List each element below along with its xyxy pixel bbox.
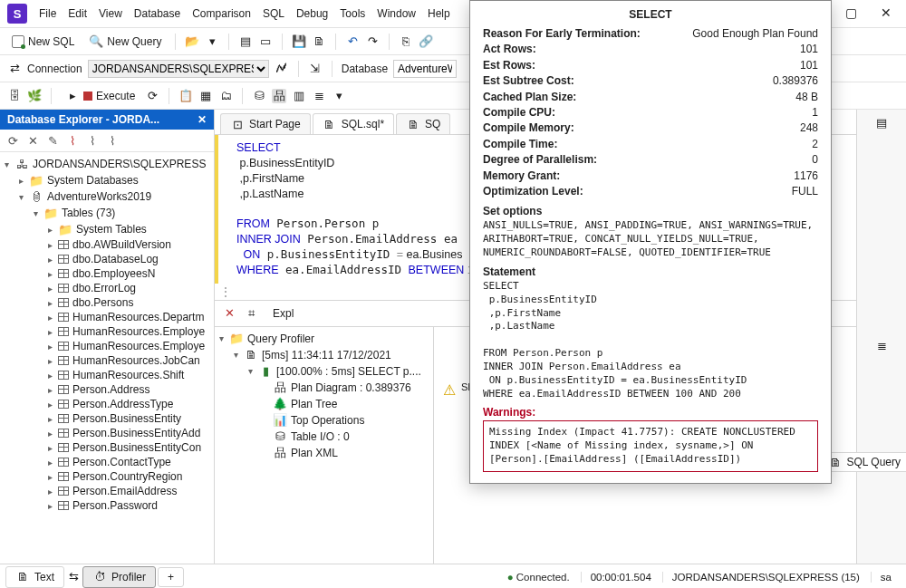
db-list-icon[interactable]: 🗄: [7, 89, 22, 103]
list-icon[interactable]: ≣: [312, 89, 326, 103]
menu-debug[interactable]: Debug: [296, 7, 328, 20]
connected-dot-icon: ●: [507, 572, 514, 583]
tree-table-leaf[interactable]: ▸HumanResources.Departm: [2, 310, 214, 324]
tab-sql[interactable]: 🗎 SQL.sql*: [313, 113, 394, 134]
tree-table-leaf[interactable]: ▸dbo.EmployeesN: [2, 266, 214, 281]
schema-icon[interactable]: ⛁: [252, 89, 266, 103]
new-query-button[interactable]: 🔍 New Query: [84, 33, 166, 51]
link-icon[interactable]: 🔗: [419, 34, 433, 49]
window-maximize[interactable]: ▢: [845, 5, 857, 20]
menu-database[interactable]: Database: [134, 7, 180, 20]
profiler-plan-tree[interactable]: 🌲Plan Tree: [217, 396, 431, 412]
save-button[interactable]: 💾: [292, 34, 306, 49]
paste-icon[interactable]: 📋: [178, 89, 193, 103]
tree-table-leaf[interactable]: ▸Person.EmailAddress: [2, 484, 214, 498]
attach-icon[interactable]: ⇲: [308, 62, 323, 76]
new-sql-button[interactable]: New SQL: [7, 34, 79, 50]
tree-table-leaf[interactable]: ▸Person.BusinessEntity: [2, 411, 214, 426]
tree-table-leaf[interactable]: ▸Person.AddressType: [2, 397, 214, 411]
grid-icon[interactable]: ▦: [198, 89, 213, 103]
tree-table-leaf[interactable]: ▸Person.Password: [2, 498, 214, 513]
menu-help[interactable]: Help: [428, 7, 450, 20]
menu-sql[interactable]: SQL: [263, 7, 284, 20]
sql-file-icon: 🗎: [323, 117, 337, 131]
tree-table-leaf[interactable]: ▸Person.CountryRegion: [2, 469, 214, 484]
tree-table-leaf[interactable]: ▸Person.BusinessEntityAdd: [2, 426, 214, 440]
refresh-icon[interactable]: ⟳: [145, 89, 159, 103]
tree-table-leaf[interactable]: ▸dbo.ErrorLog: [2, 281, 214, 295]
execute-button[interactable]: ▸ Execute: [61, 87, 140, 105]
toggle-icon[interactable]: ▥: [292, 89, 306, 103]
tree-table-leaf[interactable]: ▸HumanResources.Employe: [2, 339, 214, 353]
explorer-delete-icon[interactable]: ✕: [25, 133, 40, 148]
tree-system-databases[interactable]: ▸📁 System Databases: [2, 172, 214, 188]
bottom-add-tab[interactable]: +: [158, 567, 184, 587]
profiler-plan-diagram[interactable]: 品Plan Diagram : 0.389376: [217, 380, 431, 396]
tree-table-leaf[interactable]: ▸dbo.Persons: [2, 295, 214, 310]
tree-server[interactable]: ▾🖧 JORDANSANDERS\SQLEXPRESS: [2, 156, 214, 172]
connect-icon[interactable]: ⇄: [7, 62, 22, 76]
profiler-explain-label: Expl: [273, 307, 294, 320]
profiler-top-ops[interactable]: 📊Top Operations: [217, 412, 431, 429]
warnings-text: Missing Index (Impact 41.7757): CREATE N…: [483, 420, 818, 472]
db-tree-icon[interactable]: 🌿: [27, 89, 42, 103]
object-icon[interactable]: 🗂: [218, 89, 233, 103]
profiler-session[interactable]: ▾🗎[5ms] 11:34:11 17/12/2021: [217, 347, 431, 363]
xml-icon: 品: [273, 446, 287, 460]
more-tools-icon[interactable]: ▾: [332, 89, 346, 103]
explorer-tree[interactable]: ▾🖧 JORDANSANDERS\SQLEXPRESS ▸📁 System Da…: [0, 152, 214, 564]
menu-comparison[interactable]: Comparison: [192, 7, 251, 20]
tree-table-leaf[interactable]: ▸HumanResources.JobCan: [2, 353, 214, 368]
explorer-close-icon[interactable]: ✕: [198, 113, 207, 126]
refresh-connection-icon[interactable]: 🗲: [275, 62, 289, 76]
explorer-edit-icon[interactable]: ✎: [45, 133, 60, 148]
profiler-tree[interactable]: ▾📁Query Profiler ▾🗎[5ms] 11:34:11 17/12/…: [215, 327, 434, 564]
menu-edit[interactable]: Edit: [68, 7, 87, 20]
sql-query-tab[interactable]: 🗎 SQL Query: [822, 452, 906, 472]
explorer-refresh-icon[interactable]: ⟳: [5, 133, 20, 148]
tree-table-leaf[interactable]: ▸Person.ContactType: [2, 455, 214, 469]
window-close[interactable]: ✕: [881, 5, 892, 20]
explorer-style-2-icon[interactable]: ⌇: [85, 133, 100, 148]
tree-tables[interactable]: ▾📁 Tables (73): [2, 205, 214, 221]
bottom-sep-icon[interactable]: ⇆: [66, 570, 81, 584]
dropdown-1[interactable]: ▾: [205, 34, 219, 49]
connection-select[interactable]: JORDANSANDERS\SQLEXPRESS: [88, 60, 269, 78]
menu-window[interactable]: Window: [377, 7, 416, 20]
profiler-plan-xml[interactable]: 品Plan XML: [217, 445, 431, 461]
stacks-icon[interactable]: ▤: [238, 34, 253, 49]
menu-file[interactable]: File: [39, 7, 56, 20]
tab-sq[interactable]: 🗎 SQ: [396, 113, 450, 134]
tree-table-leaf[interactable]: ▸Person.BusinessEntityCon: [2, 440, 214, 455]
tree-table-leaf[interactable]: ▸HumanResources.Employe: [2, 324, 214, 339]
profiler-table-io[interactable]: ⛁Table I/O : 0: [217, 429, 431, 445]
bottom-profiler-tab[interactable]: ⏱ Profiler: [82, 566, 156, 588]
profiler-stmt[interactable]: ▾▮[100.00% : 5ms] SELECT p....: [217, 363, 431, 380]
card-icon[interactable]: ▭: [258, 34, 273, 49]
profiler-delete-icon[interactable]: ✕: [222, 306, 236, 321]
tree-icon[interactable]: 品: [272, 89, 286, 103]
tree-db[interactable]: ▾🛢 AdventureWorks2019: [2, 188, 214, 205]
rail-icon-2[interactable]: ≣: [874, 338, 889, 352]
rail-icon-1[interactable]: ▤: [874, 115, 889, 130]
profiler-filter-icon[interactable]: ⌗: [244, 306, 258, 321]
database-select[interactable]: [393, 60, 457, 78]
tree-system-tables[interactable]: ▸📁 System Tables: [2, 221, 214, 237]
tree-table-leaf[interactable]: ▸dbo.DatabaseLog: [2, 252, 214, 266]
stmt-icon: ▮: [258, 364, 273, 379]
redo-button[interactable]: ↷: [365, 34, 380, 49]
undo-button[interactable]: ↶: [345, 34, 360, 49]
profiler-root[interactable]: ▾📁Query Profiler: [217, 331, 431, 347]
tree-table-leaf[interactable]: ▸HumanResources.Shift: [2, 368, 214, 382]
tree-table-leaf[interactable]: ▸dbo.AWBuildVersion: [2, 237, 214, 252]
copy-icon[interactable]: ⎘: [399, 34, 413, 49]
explorer-style-1-icon[interactable]: ⌇: [65, 133, 80, 148]
tab-start-page[interactable]: ⊡ Start Page: [220, 113, 311, 134]
menu-view[interactable]: View: [99, 7, 122, 20]
tree-table-leaf[interactable]: ▸Person.Address: [2, 382, 214, 397]
open-button[interactable]: 📂: [185, 34, 199, 49]
explorer-style-3-icon[interactable]: ⌇: [105, 133, 120, 148]
save-all-button[interactable]: 🗎: [312, 34, 326, 49]
bottom-text-tab[interactable]: 🗎 Text: [5, 566, 64, 588]
menu-tools[interactable]: Tools: [340, 7, 365, 20]
